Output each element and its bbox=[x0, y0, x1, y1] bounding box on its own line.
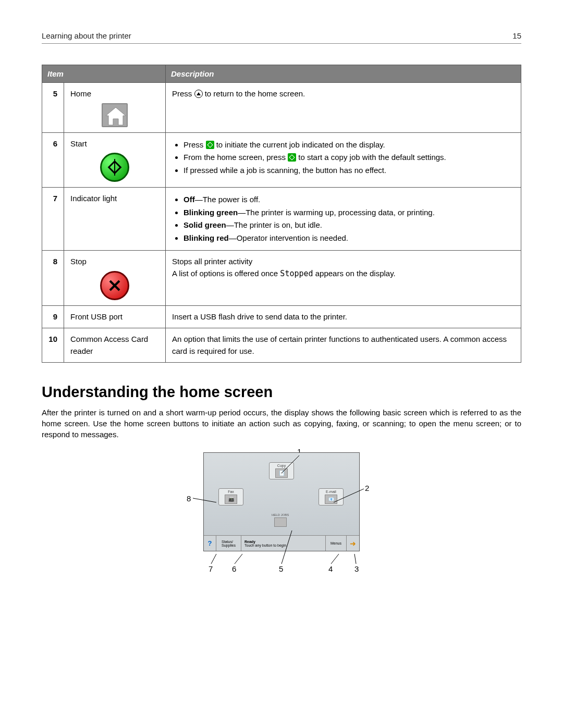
col-description: Description bbox=[166, 65, 521, 83]
copy-icon: 📄 bbox=[275, 468, 288, 478]
row-description: Press to initiate the current job indica… bbox=[166, 132, 521, 188]
row-item: Stop bbox=[64, 251, 166, 306]
start-inline-icon bbox=[288, 153, 296, 162]
home-screen-figure: 1 2 3 4 5 6 7 8 Copy 📄 Fax 📠 E bbox=[188, 452, 375, 551]
home-icon bbox=[102, 103, 128, 127]
help-button: ? bbox=[204, 536, 216, 551]
home-inline-icon bbox=[194, 90, 203, 98]
code-stopped: Stopped bbox=[280, 269, 313, 278]
row-description: Off—The power is off. Blinking green—The… bbox=[166, 188, 521, 251]
row-description: Stops all printer activity A list of opt… bbox=[166, 251, 521, 306]
fax-icon: 📠 bbox=[225, 495, 237, 504]
bullet: Blinking red—Operator intervention is ne… bbox=[183, 232, 515, 244]
section-heading: Understanding the home screen bbox=[42, 384, 521, 401]
section-body: After the printer is turned on and a sho… bbox=[42, 407, 521, 440]
held-jobs-label: HELD JOBS bbox=[272, 513, 289, 527]
start-icon bbox=[100, 153, 129, 182]
printer-home-screen: Copy 📄 Fax 📠 E-mail 📧 HELD JOBS ? bbox=[203, 452, 360, 551]
row-number: 6 bbox=[42, 132, 64, 188]
page-number: 15 bbox=[512, 31, 521, 40]
menus-button: Menus bbox=[326, 536, 347, 551]
stop-icon bbox=[100, 271, 129, 300]
table-row: 8 Stop Stops all printer activity bbox=[42, 251, 521, 306]
held-jobs-icon bbox=[274, 517, 287, 527]
row-number: 7 bbox=[42, 188, 64, 251]
email-icon: 📧 bbox=[325, 495, 337, 504]
bullet: Off—The power is off. bbox=[183, 194, 515, 206]
callout-3: 3 bbox=[354, 564, 359, 573]
table-row: 5 Home Press to return to the home scree… bbox=[42, 83, 521, 133]
callout-6: 6 bbox=[232, 564, 236, 573]
svg-line-10 bbox=[211, 554, 216, 564]
email-button: E-mail 📧 bbox=[319, 488, 344, 505]
row-description: An option that limits the use of certain… bbox=[166, 328, 521, 363]
row-number: 8 bbox=[42, 251, 64, 306]
row-number: 9 bbox=[42, 305, 64, 328]
callout-2: 2 bbox=[365, 484, 369, 492]
status-bar: ? Status/ Supplies Ready Touch any butto… bbox=[204, 535, 359, 551]
bullet: Press to initiate the current job indica… bbox=[183, 139, 515, 151]
row-number: 5 bbox=[42, 83, 64, 133]
callout-5: 5 bbox=[279, 564, 283, 573]
row-item: Common Access Card reader bbox=[64, 328, 166, 363]
row-number: 10 bbox=[42, 328, 64, 363]
start-inline-icon bbox=[206, 141, 214, 149]
row-item: Indicator light bbox=[64, 188, 166, 251]
callout-8: 8 bbox=[187, 494, 191, 503]
table-row: 7 Indicator light Off—The power is off. … bbox=[42, 188, 521, 251]
svg-line-6 bbox=[354, 554, 356, 564]
row-description: Insert a USB flash drive to send data to… bbox=[166, 305, 521, 328]
table-row: 6 Start Press bbox=[42, 132, 521, 188]
bullet: Blinking green—The printer is warming up… bbox=[183, 207, 515, 219]
copy-button: Copy 📄 bbox=[269, 462, 294, 479]
table-row: 10 Common Access Card reader An option t… bbox=[42, 328, 521, 363]
row-description: Press to return to the home screen. bbox=[166, 83, 521, 133]
fax-button: Fax 📠 bbox=[218, 488, 243, 505]
menus-arrow-icon: ➜ bbox=[347, 536, 359, 551]
status-supplies-button: Status/ Supplies bbox=[216, 536, 241, 551]
col-item: Item bbox=[42, 65, 166, 83]
control-panel-table: Item Description 5 Home bbox=[42, 65, 521, 363]
status-message: Ready Touch any button to begin. bbox=[241, 536, 326, 551]
bullet: If pressed while a job is scanning, the … bbox=[183, 165, 515, 177]
bullet: From the home screen, press to start a c… bbox=[183, 152, 515, 164]
callout-7: 7 bbox=[209, 564, 213, 573]
row-item: Start bbox=[64, 132, 166, 188]
svg-line-9 bbox=[235, 554, 242, 564]
callout-4: 4 bbox=[328, 564, 333, 573]
row-item: Front USB port bbox=[64, 305, 166, 328]
page-header: Learning about the printer 15 bbox=[42, 31, 521, 44]
table-row: 9 Front USB port Insert a USB flash driv… bbox=[42, 305, 521, 328]
bullet: Solid green—The printer is on, but idle. bbox=[183, 219, 515, 231]
svg-line-7 bbox=[331, 554, 339, 564]
row-item: Home bbox=[64, 83, 166, 133]
header-title: Learning about the printer bbox=[42, 31, 131, 40]
